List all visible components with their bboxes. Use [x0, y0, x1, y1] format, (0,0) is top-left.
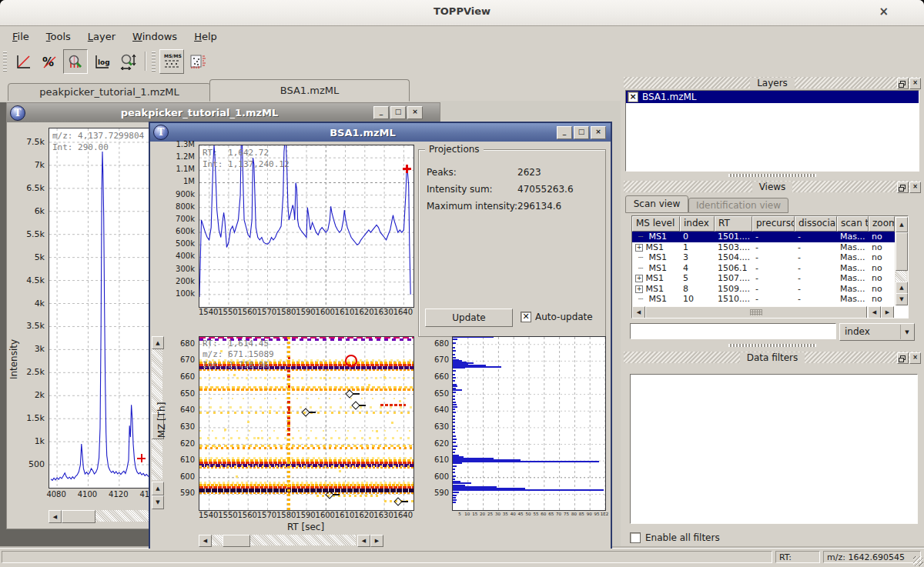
- toolbar-grip-2[interactable]: [152, 52, 156, 72]
- tab-BSA1.mzML[interactable]: BSA1.mzML: [209, 79, 410, 102]
- minimize-icon[interactable]: _: [373, 106, 389, 119]
- data-filters-dock-header[interactable]: Data filters ×: [624, 352, 921, 363]
- close-icon[interactable]: ×: [407, 106, 423, 119]
- layer-item[interactable]: ×BSA1.mzML: [626, 91, 919, 103]
- data-filters-list[interactable]: [630, 374, 918, 524]
- scroll-right-icon[interactable]: ▶: [370, 535, 383, 547]
- scroll-up-icon[interactable]: ▲: [152, 482, 164, 495]
- mz-projection-bar: [453, 445, 457, 447]
- log-intensity-icon[interactable]: log: [89, 49, 114, 74]
- axis-tick-label: 7.5k: [26, 137, 45, 147]
- app-close-icon[interactable]: ×: [879, 5, 889, 18]
- dot-plot-icon[interactable]: [186, 49, 210, 74]
- percentage-intensity-icon[interactable]: %: [37, 49, 62, 74]
- column-header-ms-level[interactable]: MS level: [632, 216, 680, 232]
- snap-intensity-icon[interactable]: [63, 49, 88, 74]
- menu-windows[interactable]: Windows: [125, 28, 186, 45]
- scroll-left-icon[interactable]: ◀: [49, 510, 62, 523]
- scroll-thumb[interactable]: [896, 232, 908, 271]
- views-dock-header[interactable]: Views ×: [624, 181, 921, 192]
- menu-help[interactable]: Help: [186, 28, 226, 45]
- tree-expand-icon[interactable]: +: [635, 275, 643, 282]
- maximize-icon[interactable]: □: [390, 106, 406, 119]
- tab-identification-view[interactable]: Identification view: [688, 198, 788, 213]
- scroll-right-icon[interactable]: ▶: [881, 306, 894, 319]
- scroll-down-icon[interactable]: ▼: [896, 293, 908, 305]
- linear-intensity-icon[interactable]: [11, 49, 35, 74]
- table-row[interactable]: ┄ MS1101510....--Mas...no: [632, 294, 908, 305]
- tree-expand-icon[interactable]: +: [635, 244, 643, 252]
- chevron-down-icon[interactable]: ▼: [900, 325, 913, 339]
- dock-float-icon[interactable]: [897, 182, 909, 193]
- data-filters-dock-title: Data filters: [740, 352, 805, 363]
- table-row[interactable]: ┄ MS131504....--Mas...no: [632, 252, 908, 263]
- dock-float-icon[interactable]: [897, 78, 909, 89]
- zoom-mode-icon[interactable]: [116, 49, 140, 74]
- mz-projection-plot[interactable]: [452, 336, 606, 511]
- scan-table-body[interactable]: ┄ MS101501....--Mas...no+ MS111503....--…: [632, 232, 908, 305]
- dock-close-icon[interactable]: ×: [909, 182, 921, 193]
- layers-dock-header[interactable]: Layers ×: [624, 77, 921, 88]
- column-header-rt[interactable]: RT: [715, 216, 752, 232]
- scroll-up-icon[interactable]: ▲: [152, 336, 164, 349]
- dock-close-icon[interactable]: ×: [909, 352, 921, 364]
- close-icon[interactable]: ×: [591, 126, 606, 139]
- bsa-titlebar[interactable]: T BSA1.mzML _ □ ×: [150, 123, 611, 142]
- column-header-precurso[interactable]: precurso: [752, 216, 795, 232]
- scroll-thumb[interactable]: [223, 535, 250, 547]
- scroll-down-icon[interactable]: ▼: [152, 495, 164, 509]
- table-row[interactable]: ┄ MS101501....--Mas...no: [632, 232, 908, 242]
- dock-splitter[interactable]: [728, 174, 816, 177]
- dock-float-icon[interactable]: [897, 352, 909, 364]
- scroll-up-icon[interactable]: ▲: [896, 217, 908, 232]
- column-header-scan-ty[interactable]: scan ty: [837, 216, 869, 232]
- axis-tick-label: 1E2: [598, 512, 611, 516]
- layers-list[interactable]: ×BSA1.mzML: [625, 90, 919, 172]
- maximize-icon[interactable]: □: [574, 126, 589, 139]
- dock-splitter[interactable]: [728, 344, 816, 347]
- heatmap-horizontal-scrollbar[interactable]: ◀ ◀ ▶: [199, 535, 383, 547]
- tab-scan-view[interactable]: Scan view: [625, 195, 688, 213]
- column-header-index[interactable]: index: [680, 216, 715, 232]
- menu-layer[interactable]: Layer: [80, 28, 125, 45]
- resize-grip[interactable]: [913, 556, 923, 566]
- table-vertical-scrollbar[interactable]: ▲ ▲ ▼: [895, 216, 908, 305]
- peakpicker-titlebar[interactable]: T peakpicker_tutorial_1.mzML _ □ ×: [7, 103, 440, 122]
- scroll-left-icon[interactable]: ◀: [199, 535, 212, 547]
- dock-close-icon[interactable]: ×: [909, 78, 921, 89]
- scan-table-header[interactable]: MS levelindexRTprecursodissociascan tyzo…: [632, 216, 908, 232]
- column-header-zoom[interactable]: zoom: [869, 216, 895, 232]
- scroll-up-icon[interactable]: ▲: [896, 282, 908, 294]
- axis-tick-label: 650: [180, 389, 195, 398]
- menu-file[interactable]: File: [5, 28, 38, 45]
- enable-all-filters-checkbox[interactable]: [630, 532, 641, 543]
- table-row[interactable]: ┄ MS141506.1--Mas...no: [632, 263, 908, 274]
- tree-expand-icon[interactable]: +: [635, 285, 643, 293]
- minimize-icon[interactable]: _: [557, 126, 572, 139]
- table-row[interactable]: + MS151507....--Mas...no: [632, 273, 908, 284]
- table-horizontal-scrollbar[interactable]: ◀ ◀ ▶: [632, 305, 895, 318]
- table-row[interactable]: + MS181509....--Mas...no: [632, 284, 908, 295]
- app-titlebar[interactable]: TOPPView ×: [0, 0, 924, 26]
- table-row[interactable]: + MS111503....--Mas...no: [632, 242, 908, 253]
- menu-tools[interactable]: Tools: [38, 28, 80, 45]
- tab-peakpicker_tutorial_1.mzML[interactable]: peakpicker_tutorial_1.mzML: [8, 83, 211, 102]
- scan-filter-combo[interactable]: index ▼: [839, 323, 915, 341]
- rt-projection-plot[interactable]: RT: 1,642.72 Int: 1,137,240.12: [199, 145, 414, 308]
- update-button[interactable]: Update: [425, 309, 513, 327]
- scan-table[interactable]: MS levelindexRTprecursodissociascan tyzo…: [631, 215, 909, 319]
- scroll-thumb[interactable]: [645, 306, 867, 319]
- scroll-left-icon[interactable]: ◀: [357, 535, 370, 547]
- msms-view-icon[interactable]: MS/MS: [159, 49, 184, 74]
- cell: 1510....: [715, 294, 752, 304]
- scroll-thumb[interactable]: [62, 510, 95, 523]
- heatmap-band: [199, 377, 413, 379]
- toolbar-grip[interactable]: [3, 52, 7, 72]
- layer-visibility-checkbox[interactable]: ×: [628, 92, 638, 102]
- scan-filter-input[interactable]: [630, 323, 836, 339]
- scroll-left-icon[interactable]: ◀: [868, 306, 881, 319]
- auto-update-checkbox[interactable]: ✕: [521, 312, 531, 322]
- column-header-dissocia[interactable]: dissocia: [795, 216, 837, 232]
- heatmap-plot[interactable]: RT: 1,614.45 m/z: 671.15089 Int: 2,718.9…: [199, 336, 414, 511]
- scroll-left-icon[interactable]: ◀: [632, 306, 645, 319]
